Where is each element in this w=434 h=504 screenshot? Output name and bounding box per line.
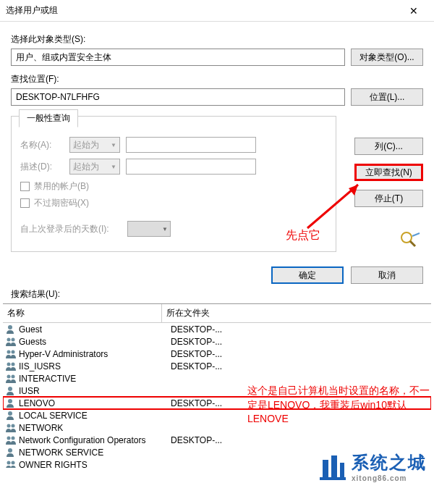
svg-point-5	[8, 325, 12, 329]
result-folder: DESKTOP-...	[171, 349, 431, 359]
window-title: 选择用户或组	[6, 4, 399, 17]
object-type-label: 选择此对象类型(S):	[11, 33, 423, 46]
result-name: IIS_IUSRS	[19, 361, 171, 371]
desc-input[interactable]	[126, 159, 256, 175]
name-combo[interactable]: 起始为▼	[69, 137, 120, 153]
object-types-button[interactable]: 对象类型(O)...	[351, 49, 423, 66]
noexpire-checkbox[interactable]	[20, 198, 30, 208]
group-icon	[6, 349, 17, 359]
days-combo[interactable]: ▼	[127, 221, 171, 237]
result-name: OWNER RIGHTS	[19, 460, 171, 469]
group-icon	[6, 374, 17, 384]
watermark-text: 系统之城 xitong86.com	[352, 451, 427, 482]
group-icon	[6, 361, 17, 371]
result-name: Guest	[19, 324, 171, 335]
result-row[interactable]: Network Configuration OperatorsDESKTOP-.…	[3, 434, 431, 446]
result-name: Guests	[19, 337, 171, 347]
svg-point-7	[12, 337, 15, 341]
watermark-main: 系统之城	[352, 451, 427, 474]
svg-point-17	[7, 424, 11, 427]
result-name: Network Configuration Operators	[19, 435, 171, 445]
svg-point-14	[8, 387, 12, 391]
logo-icon	[318, 453, 347, 482]
svg-point-11	[12, 362, 15, 366]
result-name: Hyper-V Administrators	[19, 349, 171, 359]
result-folder: DESKTOP-...	[171, 337, 431, 347]
result-row[interactable]: Hyper-V AdministratorsDESKTOP-...	[3, 348, 431, 360]
svg-point-19	[7, 436, 11, 440]
svg-point-16	[8, 411, 12, 416]
disabled-label: 禁用的帐户(B)	[34, 180, 89, 193]
svg-point-9	[12, 350, 15, 353]
watermark: 系统之城 xitong86.com	[318, 451, 427, 482]
svg-point-10	[7, 362, 11, 366]
svg-line-1	[410, 241, 415, 246]
query-tab[interactable]: 一般性查询	[19, 109, 78, 127]
user-icon	[6, 448, 17, 458]
disabled-checkbox[interactable]	[20, 182, 30, 191]
close-button[interactable]: ✕	[399, 0, 428, 22]
svg-point-23	[12, 461, 15, 464]
chevron-down-icon: ▼	[111, 142, 116, 148]
chevron-down-icon: ▼	[162, 226, 168, 232]
col-folder-header[interactable]: 所在文件夹	[162, 304, 431, 322]
days-label: 自上次登录后的天数(I):	[20, 223, 122, 235]
find-now-button[interactable]: 立即查找(N)	[354, 164, 423, 181]
location-label: 查找位置(F):	[11, 73, 423, 85]
watermark-sub: xitong86.com	[352, 474, 427, 482]
name-input[interactable]	[126, 137, 256, 153]
group-icon	[6, 460, 17, 469]
group-icon	[6, 435, 17, 445]
result-name: LENOVO	[19, 398, 171, 408]
result-row[interactable]: GuestDESKTOP-...	[3, 323, 431, 335]
result-name: IUSR	[19, 386, 171, 396]
location-input[interactable]	[11, 88, 345, 106]
result-folder: DESKTOP-...	[171, 324, 431, 335]
stop-button[interactable]: 停止(T)	[354, 190, 423, 207]
object-type-input[interactable]	[11, 49, 345, 66]
annotation-click-first: 先点它	[286, 228, 320, 243]
svg-point-12	[7, 374, 11, 378]
side-buttons: 列(C)... 立即查找(N) 停止(T)	[354, 138, 423, 207]
locations-button[interactable]: 位置(L)...	[351, 88, 423, 106]
result-name: NETWORK SERVICE	[19, 448, 171, 458]
svg-point-22	[7, 461, 11, 464]
search-results-label: 搜索结果(U):	[0, 288, 434, 303]
result-row[interactable]: IIS_IUSRSDESKTOP-...	[3, 360, 431, 372]
svg-point-15	[8, 399, 12, 403]
result-name: INTERACTIVE	[19, 374, 171, 384]
results-header: 名称 所在文件夹	[3, 304, 431, 323]
result-row[interactable]: GuestsDESKTOP-...	[3, 335, 431, 348]
svg-point-20	[12, 436, 15, 440]
svg-point-18	[12, 424, 15, 427]
ok-button[interactable]: 确定	[271, 266, 344, 284]
svg-point-6	[7, 337, 11, 341]
titlebar: 选择用户或组 ✕	[0, 0, 434, 22]
svg-point-0	[401, 232, 412, 243]
svg-point-13	[12, 374, 15, 378]
name-label: 名称(A):	[20, 139, 64, 151]
result-name: LOCAL SERVICE	[19, 411, 171, 421]
svg-point-8	[7, 350, 11, 353]
columns-button[interactable]: 列(C)...	[354, 138, 423, 155]
result-folder: DESKTOP-...	[171, 361, 431, 371]
desc-combo[interactable]: 起始为▼	[69, 159, 120, 175]
user-icon	[6, 386, 17, 396]
user-icon	[6, 398, 17, 408]
desc-label: 描述(D):	[20, 161, 64, 173]
dialog-buttons: 确定 取消	[0, 259, 434, 288]
col-name-header[interactable]: 名称	[3, 304, 162, 322]
result-folder: DESKTOP-...	[171, 435, 431, 445]
group-icon	[6, 423, 17, 433]
result-name: NETWORK	[19, 423, 171, 433]
search-icon	[399, 230, 421, 249]
noexpire-label: 不过期密码(X)	[34, 197, 89, 209]
svg-point-21	[8, 448, 12, 453]
user-icon	[6, 324, 17, 335]
annotation-lenovo: 这个是自己计算机当时设置的名称，不一定是LENOVO，我重装后win10默认LE…	[247, 384, 434, 427]
result-row[interactable]: INTERACTIVE	[3, 372, 431, 385]
svg-rect-24	[323, 460, 328, 477]
chevron-down-icon: ▼	[111, 164, 116, 170]
user-icon	[6, 411, 17, 421]
cancel-button[interactable]: 取消	[351, 266, 423, 284]
